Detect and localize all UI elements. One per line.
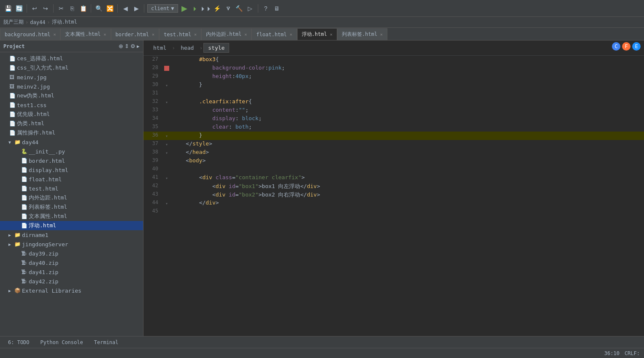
- copy-button[interactable]: ⎘: [68, 4, 77, 13]
- tab-close-icon[interactable]: ✕: [152, 32, 154, 37]
- tree-item-内外边距.html[interactable]: 📄内外边距.html: [0, 193, 143, 202]
- tree-item-css_引入方式.html[interactable]: 📄css_引入方式.html: [0, 63, 143, 73]
- tree-item-dirname1[interactable]: ▶📁dirname1: [0, 230, 143, 240]
- run-button[interactable]: ▶: [180, 4, 189, 13]
- profile-button[interactable]: ⚡: [213, 4, 222, 13]
- editor-tab-test-html[interactable]: test.html✕: [159, 28, 201, 40]
- tree-item-float.html[interactable]: 📄float.html: [0, 175, 143, 184]
- editor-tab-文本属性-html[interactable]: 文本属性.html✕: [60, 28, 111, 40]
- cut-button[interactable]: ✂: [57, 4, 66, 13]
- editor-tab-内外边距-html[interactable]: 内外边距.html✕: [201, 28, 252, 40]
- tree-item-display.html[interactable]: 📄display.html: [0, 165, 143, 175]
- line-content[interactable]: [171, 207, 644, 216]
- sidebar-collapse-button[interactable]: ▸: [137, 43, 140, 49]
- tree-item-属性操作.html[interactable]: 📄属性操作.html: [0, 128, 143, 137]
- fold-arrow-icon[interactable]: ▾: [165, 100, 168, 105]
- tree-item-test.html[interactable]: 📄test.html: [0, 184, 143, 193]
- undo-button[interactable]: ↩: [30, 4, 39, 13]
- line-content[interactable]: </head>: [171, 148, 644, 157]
- fold-arrow-icon[interactable]: ▾: [165, 151, 168, 155]
- run-config-dropdown[interactable]: client ▼: [147, 4, 178, 13]
- fold-arrow-icon[interactable]: ▾: [165, 134, 168, 138]
- tab-close-icon[interactable]: ✕: [380, 32, 383, 37]
- tree-item-ces_选择器.html[interactable]: 📄ces_选择器.html: [0, 54, 143, 63]
- debug-run-button[interactable]: ⏵: [191, 4, 200, 13]
- tree-item-day41.zip[interactable]: 🗜day41.zip: [0, 267, 143, 277]
- tree-item-border.html[interactable]: 📄border.html: [0, 156, 143, 165]
- code-content-area[interactable]: 27 #box3{28 background-color:pink;29 hei…: [143, 56, 644, 336]
- sidebar-settings-button[interactable]: ⚙: [130, 43, 135, 49]
- tree-item-文本属性.html[interactable]: 📄文本属性.html: [0, 212, 143, 221]
- line-content[interactable]: </style>: [171, 140, 644, 148]
- path-tab-head[interactable]: head: [176, 43, 198, 53]
- line-content[interactable]: content:"";: [171, 106, 644, 115]
- tree-item-new伪类.html[interactable]: 📄new伪类.html: [0, 91, 143, 100]
- editor-tab-列表标签-html[interactable]: 列表标签.html✕: [337, 28, 387, 40]
- tree-item-__init__.py[interactable]: 🐍__init__.py: [0, 147, 143, 156]
- tab-close-icon[interactable]: ✕: [330, 32, 333, 37]
- tree-item-优先级.html[interactable]: 📄优先级.html: [0, 110, 143, 119]
- search-button[interactable]: 🔍: [94, 4, 103, 13]
- line-content[interactable]: <body>: [171, 157, 644, 165]
- tree-item-伪类.html[interactable]: 📄伪类.html: [0, 119, 143, 128]
- sync-button[interactable]: 🔄: [14, 4, 24, 13]
- tree-item-day39.zip[interactable]: 🗜day39.zip: [0, 249, 143, 258]
- ie-icon[interactable]: E: [632, 42, 641, 51]
- sidebar-new-button[interactable]: ⊕: [119, 43, 123, 49]
- tab-close-icon[interactable]: ✕: [194, 32, 197, 37]
- path-tab-style[interactable]: style: [203, 43, 229, 53]
- run2-button[interactable]: ▷: [246, 4, 255, 13]
- fold-arrow-icon[interactable]: ▾: [165, 201, 168, 206]
- coverage-button[interactable]: ⏵⏵: [202, 4, 211, 13]
- line-content[interactable]: }: [171, 132, 644, 140]
- tab-close-icon[interactable]: ✕: [244, 32, 247, 37]
- tree-item-test1.css[interactable]: 📄test1.css: [0, 100, 143, 110]
- editor-tab-background-html[interactable]: background.html✕: [0, 28, 60, 40]
- line-content[interactable]: <div id="box2">box2 向右浮动</div>: [171, 191, 644, 199]
- line-content[interactable]: <div id="box1">box1 向左浮动</div>: [171, 182, 644, 191]
- line-content[interactable]: .clearfix:after{: [171, 98, 644, 106]
- fold-arrow-icon[interactable]: ▾: [165, 83, 168, 88]
- line-content[interactable]: }: [171, 81, 644, 89]
- chrome-icon[interactable]: C: [612, 42, 620, 51]
- python-console-tab[interactable]: Python Console: [36, 338, 88, 347]
- fold-arrow-icon[interactable]: ▾: [165, 176, 168, 180]
- tree-item-浮动.html[interactable]: 📄浮动.html: [0, 221, 143, 230]
- tree-item-列表标签.html[interactable]: 📄列表标签.html: [0, 202, 143, 212]
- line-content[interactable]: #box3{: [171, 56, 644, 64]
- device-button[interactable]: 🖥: [272, 4, 281, 13]
- line-content[interactable]: <div class="container clearfix">: [171, 174, 644, 182]
- line-content[interactable]: clear: both;: [171, 123, 644, 132]
- line-content[interactable]: display: block;: [171, 115, 644, 123]
- editor-tab-border-html[interactable]: border.html✕: [111, 28, 160, 40]
- tab-close-icon[interactable]: ✕: [104, 32, 106, 37]
- fold-arrow-icon[interactable]: ▾: [165, 142, 168, 147]
- line-content[interactable]: [171, 165, 644, 174]
- paste-button[interactable]: 📋: [78, 4, 88, 13]
- line-content[interactable]: background-color:pink;: [171, 64, 644, 73]
- tab-close-icon[interactable]: ✕: [53, 32, 56, 37]
- concurrency-button[interactable]: ⛛: [224, 4, 233, 13]
- tree-item-meinv2.jpg[interactable]: 🖼meinv2.jpg: [0, 82, 143, 91]
- sidebar-scroll-button[interactable]: ⇕: [124, 43, 129, 49]
- editor-tab-float-html[interactable]: float.html✕: [252, 28, 297, 40]
- tab-close-icon[interactable]: ✕: [290, 32, 292, 37]
- editor-tab-浮动-html[interactable]: 浮动.html✕: [297, 28, 337, 40]
- redo-button[interactable]: ↪: [41, 4, 50, 13]
- back-button[interactable]: ◀: [121, 4, 130, 13]
- tree-item-day44[interactable]: ▼📁day44: [0, 137, 143, 147]
- tree-item-meinv.jpg[interactable]: 🖼meinv.jpg: [0, 73, 143, 82]
- line-content[interactable]: height:40px;: [171, 73, 644, 81]
- tree-item-day42.zip[interactable]: 🗜day42.zip: [0, 277, 143, 286]
- tree-item-jingdongServer[interactable]: ▶📁jingdongServer: [0, 240, 143, 249]
- line-content[interactable]: [171, 89, 644, 98]
- save-button[interactable]: 💾: [3, 4, 13, 13]
- build-button[interactable]: 🔨: [235, 4, 244, 13]
- terminal-tab[interactable]: Terminal: [89, 338, 123, 347]
- replace-button[interactable]: 🔀: [105, 4, 114, 13]
- forward-button[interactable]: ▶: [132, 4, 141, 13]
- todo-tab[interactable]: 6: TODO: [3, 338, 34, 347]
- line-content[interactable]: </div>: [171, 199, 644, 207]
- tree-item-day40.zip[interactable]: 🗜day40.zip: [0, 258, 143, 267]
- help-button[interactable]: ?: [261, 4, 271, 13]
